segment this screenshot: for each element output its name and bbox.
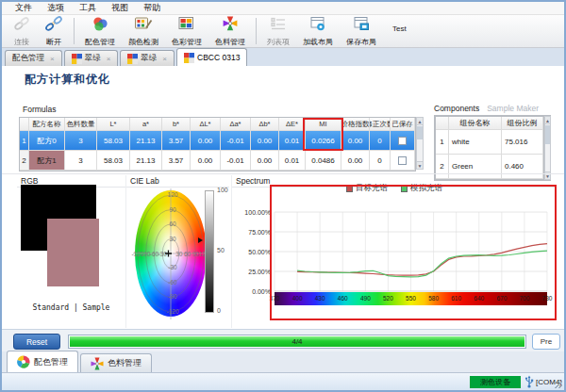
table-cell[interactable]: 0.0266	[306, 131, 341, 151]
toolbar-button-label: 列表项	[267, 37, 290, 47]
table-cell[interactable]: 58.03	[97, 151, 130, 171]
menu-item[interactable]: 视图	[104, 2, 136, 14]
column-header[interactable]: ΔE*	[279, 118, 306, 131]
bottom-tab-配色管理[interactable]: 配色管理	[7, 351, 78, 372]
close-icon[interactable]: ×	[107, 55, 111, 63]
close-icon[interactable]: ×	[162, 55, 167, 63]
color-manage-icon	[177, 15, 196, 36]
lightness-marker-icon[interactable]	[198, 237, 203, 243]
bottom-tab-label: 色料管理	[108, 357, 142, 369]
table-cell[interactable]: 0	[370, 131, 391, 151]
table-cell[interactable]: 0.00	[341, 131, 370, 151]
table-cell[interactable]: 0.00	[341, 151, 370, 171]
formulas-table: 配方名称色料数量L*a*b*ΔL*Δa*Δb*ΔE*MI价格指数修正次数已保存1…	[19, 117, 424, 172]
column-header[interactable]: 组份名称	[449, 117, 502, 130]
color-wheel-icon	[17, 355, 30, 368]
table-cell[interactable]: 0.0486	[306, 151, 341, 171]
menu-bar: 文件选项工具视图帮助	[2, 2, 564, 15]
column-header[interactable]: L*	[97, 118, 130, 131]
reset-button[interactable]: Reset	[13, 334, 60, 350]
menu-item[interactable]: 帮助	[136, 2, 168, 14]
toolbar-separator	[256, 18, 257, 44]
column-header[interactable]: 组份比例	[502, 117, 543, 130]
table-cell[interactable]: 21.13	[130, 131, 162, 151]
table-cell[interactable]: 0.00	[191, 131, 221, 151]
table-row[interactable]: 1配方0358.0321.133.570.00-0.010.000.010.02…	[20, 131, 415, 151]
doc-tab-CBCC 0313[interactable]: CBCC 0313	[176, 48, 247, 66]
toolbar-button-label: 色料管理	[215, 37, 245, 47]
toolbar-load-layout-button[interactable]: 加载布局	[296, 16, 340, 47]
table-cell[interactable]: 0.01	[279, 151, 306, 171]
doc-tab-翠绿[interactable]: 翠绿×	[64, 50, 119, 66]
table-cell[interactable]: -0.01	[221, 151, 251, 171]
column-header[interactable]: MI	[306, 118, 341, 131]
toolbar-save-layout-button[interactable]: 保存布局	[340, 16, 383, 47]
column-header[interactable]: a*	[130, 118, 162, 131]
rgb-panel: RGB Standard | Sample	[17, 175, 125, 328]
lightness-bar[interactable]	[205, 190, 214, 313]
formula-name-cell[interactable]: 配方0	[29, 131, 65, 151]
scroll-up-icon[interactable]: ▲	[545, 117, 550, 124]
row-number: 1	[20, 131, 29, 151]
pre-button[interactable]: Pre	[532, 334, 560, 350]
wavelength-tick-label: 430	[315, 295, 325, 302]
formula-name-cell[interactable]: 配方1	[29, 151, 65, 171]
table-cell[interactable]: 21.13	[130, 151, 162, 171]
tab-label: CBCC 0313	[197, 53, 240, 62]
row-number: 2	[20, 151, 29, 171]
table-cell[interactable]: 0.00	[191, 151, 221, 171]
table-cell[interactable]: 58.03	[97, 131, 130, 151]
page-title: 配方计算和优化	[25, 72, 110, 88]
saved-checkbox[interactable]	[398, 156, 407, 165]
menu-item[interactable]: 文件	[8, 2, 40, 14]
scroll-down-icon[interactable]: ▼	[417, 161, 423, 169]
close-icon[interactable]: ×	[50, 55, 55, 63]
menu-item[interactable]: 选项	[40, 2, 72, 14]
column-header[interactable]: ΔL*	[191, 118, 221, 131]
column-header[interactable]: b*	[162, 118, 191, 131]
component-name-cell[interactable]: white	[449, 130, 502, 155]
table-cell[interactable]: 3.57	[162, 151, 191, 171]
table-cell[interactable]: 3	[65, 151, 97, 171]
table-cell[interactable]: 0.00	[251, 131, 279, 151]
doc-tab-配色管理[interactable]: 配色管理×	[5, 50, 62, 66]
scroll-up-icon[interactable]: ▲	[417, 118, 423, 125]
column-header[interactable]: 配方名称	[29, 118, 65, 131]
table-scrollbar[interactable]: ▲▼	[416, 117, 424, 170]
toolbar-disconnect-button[interactable]: 断开	[38, 16, 70, 47]
column-header[interactable]: 修正次数	[370, 118, 391, 131]
table-row[interactable]: 2配方1358.0321.133.570.00-0.010.000.010.04…	[20, 151, 415, 171]
components-panel: Components Sample Maker 组份名称组份比例1white75…	[434, 104, 551, 181]
menu-item[interactable]: 工具	[72, 2, 104, 14]
sample-maker-tab[interactable]: Sample Maker	[487, 104, 539, 113]
toolbar-color-manage-button[interactable]: 色彩管理	[165, 16, 208, 47]
table-cell[interactable]: 0	[370, 151, 391, 171]
panel-splitter[interactable]	[2, 173, 564, 174]
toolbar-color-matching-button[interactable]: 配色管理	[78, 16, 122, 47]
table-cell[interactable]: 0.00	[251, 151, 279, 171]
components-tab[interactable]: Components	[434, 104, 479, 113]
column-header[interactable]: 价格指数	[341, 118, 370, 131]
toolbar-colorant-manage-button[interactable]: 色料管理	[208, 16, 252, 47]
tab-icon	[127, 54, 138, 64]
table-cell[interactable]: 0.01	[279, 131, 306, 151]
column-header[interactable]: 已保存	[391, 118, 415, 131]
table-cell[interactable]: 3	[65, 131, 97, 151]
column-header[interactable]: 色料数量	[65, 118, 97, 131]
column-header[interactable]: Δa*	[221, 118, 251, 131]
formulas-caption: Formulas	[23, 105, 56, 114]
saved-checkbox[interactable]	[398, 137, 407, 145]
test-label[interactable]: Test	[392, 24, 407, 33]
table-cell[interactable]: 3.57	[162, 131, 191, 151]
toolbar-color-detect-button[interactable]: 颜色检测	[122, 16, 165, 47]
components-scrollbar[interactable]: ▲▼	[544, 116, 551, 180]
doc-tab-翠绿[interactable]: 翠绿×	[120, 50, 175, 66]
table-cell[interactable]: -0.01	[221, 131, 251, 151]
bottom-tab-色料管理[interactable]: 色料管理	[80, 353, 152, 372]
component-ratio-cell[interactable]: 75.016	[502, 130, 543, 155]
resize-grip[interactable]	[555, 381, 562, 388]
svg-text:-60: -60	[168, 279, 177, 286]
wavelength-tick-label: 460	[338, 295, 348, 302]
column-header[interactable]: Δb*	[251, 118, 279, 131]
component-row[interactable]: 1white75.016	[436, 130, 543, 155]
